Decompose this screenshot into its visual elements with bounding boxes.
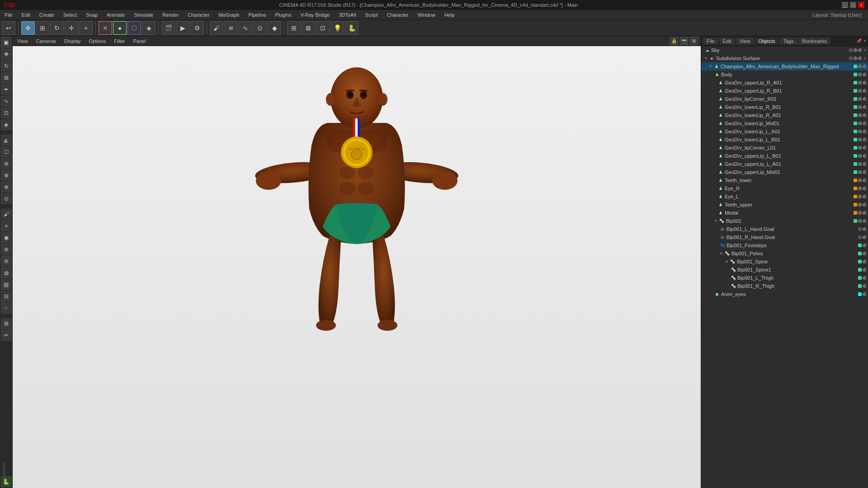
sculpt[interactable]: ≋ [224,21,238,35]
tool-boolean[interactable]: ◈ [1,119,12,130]
python[interactable]: 🐍 [345,21,359,35]
menu-pipeline[interactable]: Pipeline [246,11,268,19]
tab-bookmarks[interactable]: Bookmarks [798,38,830,45]
subdiv-fold[interactable]: ▼ [704,56,708,61]
tree-item-bip001-rthigh[interactable]: 🦴 Bip001_R_Thigh [701,282,868,290]
vp-display[interactable]: Display [62,38,82,45]
minimize-button[interactable]: _ [842,2,848,8]
vp-filter[interactable]: Filter [112,38,127,45]
mode-edge[interactable]: ⬡ [127,21,141,35]
menu-mograph[interactable]: MoGraph [217,11,241,19]
tree-item-bip001-pelvis[interactable]: ▼ 🦴 Bip001_Pelvis [701,249,868,258]
vp-options[interactable]: Options [87,38,108,45]
tool-brush[interactable]: ∻ [1,221,12,231]
tab-objects[interactable]: Objects [755,38,778,45]
tool-morph[interactable]: ⊛ [1,158,12,169]
tree-item-anim-eyes[interactable]: ◉ Anim_eyes [701,290,868,298]
tool-grab[interactable]: ☞ [1,303,12,314]
menu-help[interactable]: Help [443,11,457,19]
viewport-3d[interactable]: OLYMPIA [13,46,701,488]
menu-create[interactable]: Create [38,11,56,19]
undo-button[interactable]: ↩ [2,21,15,35]
tab-tags[interactable]: Tags [780,38,797,45]
tool-joint[interactable]: ⊗ [1,182,12,192]
close-button[interactable]: × [858,2,864,8]
tree-item-geodrv-ll-l-b01[interactable]: ♟ GeoDrv_lowerLip_L_B01 [701,136,868,144]
tool-knife[interactable]: ✂ [1,330,12,341]
panel-action-pin[interactable]: 📌 [856,38,862,43]
vp-lock[interactable]: 🔒 [670,37,678,45]
menu-window[interactable]: Window [416,11,437,19]
add-object[interactable]: + [79,21,93,35]
tree-item-geodrv-ll-l-a01[interactable]: ♟ GeoDrv_lowerLip_L_A01 [701,127,868,136]
tree-item-bip001-lthigh[interactable]: 🦴 Bip001_L_Thigh [701,274,868,282]
tool-material[interactable]: ◭ [1,135,12,145]
tree-item-eye-l[interactable]: ♟ Eye_L [701,192,868,201]
snap-grid[interactable]: ⊠ [302,21,315,35]
mode-poly[interactable]: ◈ [142,21,156,35]
tree-item-bip001-lhg[interactable]: ◎ Bip001_L_Hand.Goal [701,225,868,233]
tree-item-eye-r[interactable]: ♟ Eye_R [701,184,868,192]
tool-rotate[interactable]: ↻ [1,61,12,71]
tree-item-subdivision[interactable]: ▼ ◈ Subdivision Surface × [701,54,868,62]
menu-simulate[interactable]: Simulate [132,11,155,19]
tree-item-geodrv-ul-l-b01[interactable]: ♟ GeoDrv_upperLip_L_B01 [701,152,868,160]
tree-item-geodrv-ll-r-a01[interactable]: ♟ GeoDrv_lowerLip_R_A01 [701,111,868,119]
tab-file[interactable]: File [703,38,718,45]
panel-action-close[interactable]: × [863,38,866,43]
tool-relax[interactable]: ⊞ [1,318,12,329]
tool-python2[interactable]: 🐍 [1,476,12,487]
rotate-tool[interactable]: ↻ [50,21,64,35]
bip001-fold[interactable]: ▼ [714,219,718,223]
vp-panel[interactable]: Panel [132,38,148,45]
tree-item-medal[interactable]: ♟ Medal [701,209,868,217]
subdiv-close[interactable]: × [863,56,866,61]
mode-object[interactable]: ✕ [99,21,112,35]
menu-select[interactable]: Select [61,11,79,19]
tree-item-geodrv-ul-mid01[interactable]: ♟ GeoDrv_upperLip_Mid01 [701,168,868,176]
menu-3dtoall[interactable]: 3DToAll [337,11,358,19]
tree-item-champion[interactable]: ▼ ♟ Champion_Afro_American_Bodybuilder_M… [701,62,868,70]
paint-brush[interactable]: 🖌 [210,21,223,35]
tool-pen[interactable]: ✒ [1,84,12,95]
tool-texture[interactable]: ⬡ [1,146,12,157]
vp-view[interactable]: View [15,38,30,45]
tool-spline[interactable]: ∿ [1,96,12,107]
light[interactable]: 💡 [330,21,344,35]
menu-script[interactable]: Script [363,11,379,19]
tree-item-bip001-rhg[interactable]: ◎ Bip001_R_Hand.Goal [701,233,868,241]
tool-rig[interactable]: ⊕ [1,170,12,181]
sky-close[interactable]: × [863,48,866,53]
tree-item-body[interactable]: ♟ Body [701,70,868,79]
object-tree[interactable]: ☁ Sky × ▼ ◈ Subdivision Surface [701,46,868,488]
menu-character[interactable]: Character [186,11,211,19]
tree-item-bip001-spine[interactable]: ▼ 🦴 Bip001_Spine [701,258,868,266]
vp-cameras[interactable]: Cameras [34,38,58,45]
motiontracker[interactable]: ⊙ [253,21,267,35]
tool-flatten[interactable]: ▤ [1,279,12,290]
tab-view[interactable]: View [736,38,754,45]
menu-plugins[interactable]: Plugins [274,11,293,19]
tree-item-teeth-upper[interactable]: ♟ Teeth_upper [701,201,868,209]
grid[interactable]: ⊞ [287,21,301,35]
maximize-button[interactable]: □ [850,2,856,8]
scale-tool[interactable]: ⊞ [36,21,49,35]
champion-fold[interactable]: ▼ [708,64,712,69]
snap2[interactable]: ⊡ [316,21,330,35]
menu-character2[interactable]: Character [385,11,410,19]
render-preview[interactable]: 🎬 [161,21,175,35]
tool-inflate[interactable]: ◉ [1,232,12,243]
tree-item-geodrv-lc-l01[interactable]: ♟ GeoDrv_lipCorner_L01 [701,144,868,152]
tree-item-geodrv-ul-r-a01[interactable]: ♟ GeoDrv_upperLip_R_A01 [701,79,868,87]
vp-camera-icon[interactable]: 📷 [680,37,688,45]
menu-file[interactable]: File [3,11,14,19]
menu-edit[interactable]: Edit [20,11,32,19]
render-settings[interactable]: ⚙ [190,21,204,35]
menu-render[interactable]: Render [160,11,180,19]
tree-item-geodrv-ul-l-a01[interactable]: ♟ GeoDrv_upperLip_L_A01 [701,160,868,168]
tool-weight[interactable]: ⊙ [1,193,12,204]
tool-move[interactable]: ✥ [1,49,12,60]
tool-tweak[interactable]: ⊟ [1,291,12,302]
mode-point[interactable]: ● [113,21,127,35]
tree-item-teeth-lower[interactable]: ♟ Teeth_lower [701,176,868,184]
